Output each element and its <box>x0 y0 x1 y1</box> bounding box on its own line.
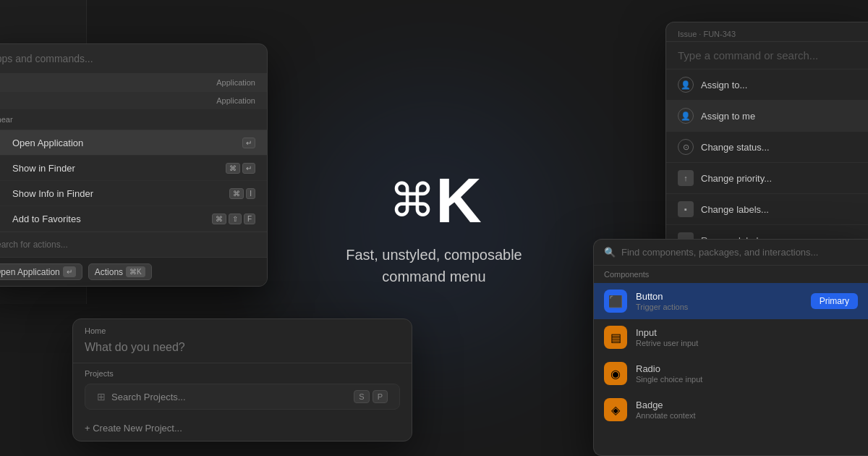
input-name: Input <box>636 327 698 338</box>
shortcut-return: ↵ <box>242 163 255 174</box>
button-info: Button Trigger actions <box>636 291 688 311</box>
menu-item-show-info[interactable]: ℹ Show Info in Finder ⌘ I <box>0 181 267 206</box>
badge-info: Badge Annotate context <box>636 400 696 420</box>
shortcut-cmd3: ⌘ <box>212 214 226 224</box>
add-favorites-icon: ☆ <box>0 213 5 224</box>
show-info-shortcut: ⌘ I <box>229 188 255 199</box>
create-new-project[interactable]: + Create New Project... <box>73 415 412 441</box>
assign-to-icon: 👤 <box>678 77 694 93</box>
search-icon: 🔍 <box>604 247 616 258</box>
shortcut-enter: ↵ <box>242 138 255 148</box>
badge-icon: ◈ <box>604 398 627 421</box>
radio-info: Radio Single choice input <box>636 363 702 384</box>
show-finder-label: Show in Finder <box>12 163 226 174</box>
change-status-label: Change status... <box>701 142 770 153</box>
change-priority-label: Change priority... <box>701 173 772 184</box>
show-info-icon: ℹ <box>0 187 5 199</box>
section-header-2: Application <box>0 91 267 109</box>
cmd-assign-me[interactable]: 👤 Assign to me <box>666 101 868 132</box>
cmd-change-labels[interactable]: ▪ Change labels... <box>666 194 868 225</box>
footer-actions-label: Actions <box>95 267 123 277</box>
button-name: Button <box>636 291 688 302</box>
input-desc: Retrive user input <box>636 339 698 347</box>
change-status-icon: ⊙ <box>678 139 694 155</box>
cmd-assign-to[interactable]: 👤 Assign to... <box>666 69 868 101</box>
tagline: Fast, unstyled, composable command menu <box>346 244 522 287</box>
open-app-label: Open Application <box>12 138 242 148</box>
input-icon: ▤ <box>604 326 627 349</box>
footer-open-app[interactable]: Open Application ↵ <box>0 263 82 280</box>
right-issue-panel: Issue · FUN-343 Type a command or search… <box>665 22 868 257</box>
create-new-label: + Create New Project... <box>85 423 182 434</box>
radio-desc: Single choice input <box>636 375 702 384</box>
open-app-shortcut: ↵ <box>242 138 255 148</box>
command-icon: ⌘ <box>389 177 433 224</box>
cmd-k-symbol: ⌘ K <box>346 169 522 232</box>
tagline-line2: command menu <box>346 266 522 287</box>
button-icon: ⬛ <box>604 290 627 313</box>
menu-item-show-finder[interactable]: ⬒ Show in Finder ⌘ ↵ <box>0 156 267 181</box>
radio-icon: ◉ <box>604 362 627 385</box>
k-letter: K <box>435 169 479 232</box>
what-do-you-need: What do you need? <box>73 338 412 363</box>
search-placeholder: apps and commands... <box>0 53 93 64</box>
components-label: Components <box>594 266 868 283</box>
component-radio[interactable]: ◉ Radio Single choice input <box>594 355 868 392</box>
show-info-label: Show Info in Finder <box>12 188 229 199</box>
add-favorites-label: Add to Favorites <box>12 214 212 224</box>
change-labels-label: Change labels... <box>701 204 769 215</box>
shortcut-cmd2: ⌘ <box>229 188 244 199</box>
input-info: Input Retrive user input <box>636 327 698 347</box>
shortcut-shift: ⇧ <box>229 214 242 224</box>
button-desc: Trigger actions <box>636 303 688 311</box>
change-labels-icon: ▪ <box>678 201 694 217</box>
search-actions: Search for actions... <box>0 232 267 257</box>
shortcut-i: I <box>246 188 255 199</box>
badge-desc: Annotate context <box>636 411 696 420</box>
linear-label: Linear <box>0 109 267 130</box>
component-search-placeholder: Find components, packages, and interacti… <box>621 247 818 258</box>
issue-header: Issue · FUN-343 <box>666 22 868 42</box>
menu-item-add-favorites[interactable]: ☆ Add to Favorites ⌘ ⇧ F <box>0 206 267 232</box>
home-panel: Home What do you need? Projects ⊞ Search… <box>72 318 412 442</box>
component-search[interactable]: 🔍 Find components, packages, and interac… <box>594 240 868 266</box>
command-search-placeholder[interactable]: Type a command or search... <box>666 42 868 69</box>
menu-item-open-app[interactable]: ▭ Open Application ↵ <box>0 130 267 156</box>
show-finder-icon: ⬒ <box>0 162 5 174</box>
footer-actions[interactable]: Actions ⌘K <box>88 263 152 280</box>
section-header-1: Application <box>0 74 267 91</box>
shortcut-f: F <box>244 214 255 224</box>
open-app-icon: ▭ <box>0 137 5 148</box>
component-button[interactable]: ⬛ Button Trigger actions Primary <box>594 283 868 319</box>
primary-badge: Primary <box>811 293 858 309</box>
badge-name: Badge <box>636 400 696 410</box>
tagline-line1: Fast, unstyled, composable <box>346 244 522 266</box>
change-priority-icon: ↑ <box>678 170 694 186</box>
left-command-panel: apps and commands... Application Applica… <box>0 43 268 287</box>
footer-bar: Open Application ↵ Actions ⌘K <box>0 257 267 286</box>
cmd-change-priority[interactable]: ↑ Change priority... <box>666 163 868 194</box>
search-projects-row[interactable]: ⊞ Search Projects... S P <box>85 384 400 410</box>
search-projects-text: Search Projects... <box>111 392 348 402</box>
p-badge: P <box>373 390 388 403</box>
home-label: Home <box>73 319 412 338</box>
assign-to-label: Assign to... <box>701 80 747 90</box>
projects-label: Projects <box>73 363 412 381</box>
grid-icon: ⊞ <box>97 391 106 402</box>
assign-me-label: Assign to me <box>701 111 755 122</box>
add-favorites-shortcut: ⌘ ⇧ F <box>212 214 255 224</box>
component-badge[interactable]: ◈ Badge Annotate context <box>594 392 868 428</box>
right-component-panel: 🔍 Find components, packages, and interac… <box>593 239 868 456</box>
show-finder-shortcut: ⌘ ↵ <box>226 163 255 174</box>
footer-enter-key: ↵ <box>63 266 76 277</box>
radio-name: Radio <box>636 363 702 374</box>
s-badge: S <box>354 390 369 403</box>
cmd-change-status[interactable]: ⊙ Change status... <box>666 132 868 163</box>
component-input[interactable]: ▤ Input Retrive user input <box>594 319 868 355</box>
shortcut-badges: S P <box>354 390 388 403</box>
assign-me-icon: 👤 <box>678 108 694 124</box>
shortcut-cmd: ⌘ <box>226 163 240 174</box>
search-bar-top: apps and commands... <box>0 44 267 74</box>
footer-actions-shortcut: ⌘K <box>126 266 145 277</box>
center-logo-area: ⌘ K Fast, unstyled, composable command m… <box>346 169 522 287</box>
